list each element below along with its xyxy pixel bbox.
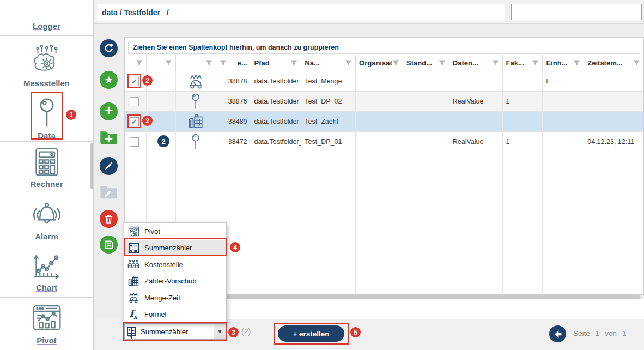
grid-header-row: e... Pfad Na... Organisat... Stand... Da… — [125, 55, 643, 71]
group-panel[interactable]: Ziehen Sie einen Spaltenkopf hierhin, um… — [125, 38, 643, 55]
sidebar-label-pivot[interactable]: Pivot — [37, 336, 57, 345]
type-select-dropdown-button[interactable]: ▼ — [214, 324, 226, 339]
filter-icon[interactable] — [532, 60, 539, 66]
filter-icon[interactable] — [439, 60, 446, 66]
cell-standort — [403, 92, 449, 111]
table-row-selected[interactable]: ✓ 38489 data.Testfolder_ Test_Zaehl — [125, 112, 643, 132]
type-select[interactable]: +−×= Summenzähler ▼ — [124, 323, 226, 340]
filter-icon[interactable] — [633, 60, 640, 66]
sidebar-label-rechner[interactable]: Rechner — [30, 179, 63, 189]
column-header-type[interactable] — [176, 55, 216, 71]
refresh-icon — [103, 43, 115, 55]
column-header-name[interactable]: Na... — [301, 55, 356, 71]
create-type-menu: Pivot +−×= Summenzähler Kostenstelle Zäh… — [124, 222, 227, 323]
favorite-button[interactable]: ★ — [100, 71, 118, 89]
sidebar-item-messstellen[interactable]: Messstellen — [0, 36, 93, 96]
column-header-pfad[interactable]: Pfad — [251, 55, 302, 71]
menge-zeit-icon — [187, 74, 204, 89]
search-input[interactable] — [511, 4, 642, 20]
add-folder-button[interactable] — [99, 130, 118, 146]
group-hint: Ziehen Sie einen Spaltenkopf hierhin, um… — [128, 41, 640, 54]
cell-annotation — [147, 71, 176, 91]
row-checkbox[interactable]: ✓ — [130, 77, 139, 86]
cell-faktor — [503, 112, 543, 131]
menu-item-menge-zeit[interactable]: Menge-Zeit — [124, 289, 226, 306]
cell-datentyp — [449, 112, 503, 131]
table-row[interactable]: ✓ 38878 data.Testfolder_ Test_Menge l — [125, 71, 643, 92]
sidebar-item-logger[interactable]: Logger — [0, 16, 93, 36]
cell-select: ✓ — [125, 112, 147, 131]
row-checkbox[interactable] — [130, 97, 139, 106]
sidebar-scrollbar-thumb[interactable] — [90, 143, 93, 189]
cell-pfad: data.Testfolder_ — [251, 71, 302, 91]
cell-name: Test_DP_01 — [301, 132, 356, 152]
menu-item-zaehler-vorschub[interactable]: Zähler-Vorschub — [124, 273, 226, 290]
cell-pfad: data.Testfolder_ — [251, 112, 302, 131]
filter-icon[interactable] — [165, 60, 172, 66]
table-row[interactable]: 38472 data.Testfolder_ Test_DP_01 RealVa… — [125, 132, 643, 152]
row-checkbox[interactable] — [130, 137, 139, 147]
arrow-left-icon — [552, 328, 564, 340]
star-icon: ★ — [104, 75, 113, 85]
column-header-id[interactable]: e... — [216, 55, 251, 71]
sidebar-label-messstellen[interactable]: Messstellen — [23, 79, 70, 88]
line-chart-icon — [31, 251, 63, 280]
cell-name: Test_DP_02 — [301, 92, 356, 111]
pager-total: 1 — [622, 329, 627, 337]
column-header-einheit[interactable]: Einh... — [543, 55, 584, 71]
cell-id: 38878 — [216, 71, 251, 91]
column-header[interactable] — [147, 55, 176, 71]
edit-button[interactable] — [100, 157, 118, 175]
cell-name: Test_Menge — [301, 71, 356, 91]
column-header-datentyp[interactable]: Daten... — [449, 55, 503, 71]
table-row[interactable]: 38876 data.Testfolder_ Test_DP_02 RealVa… — [125, 92, 643, 112]
sidebar-label-logger[interactable]: Logger — [33, 21, 60, 31]
cell-einheit — [543, 92, 584, 111]
sidebar-item-chart[interactable]: Chart — [0, 246, 93, 298]
refresh-button[interactable] — [100, 39, 118, 57]
menu-item-formel[interactable]: fx Formel — [124, 306, 226, 323]
column-header-standort[interactable]: Stand... — [403, 55, 449, 71]
add-button[interactable]: + — [100, 102, 118, 120]
save-button[interactable] — [100, 236, 118, 254]
delete-button[interactable] — [100, 210, 118, 228]
cell-datentyp: RealValue — [449, 132, 503, 152]
pivot-window-icon — [32, 303, 62, 333]
filter-icon[interactable] — [290, 60, 297, 66]
selection-count: (2) — [241, 323, 251, 340]
menu-item-kostenstelle[interactable]: Kostenstelle — [124, 256, 226, 273]
column-header-organisation[interactable]: Organisat... — [356, 55, 403, 71]
breadcrumb[interactable]: data / Testfolder_ / — [97, 4, 505, 21]
cell-zeitstempel — [584, 112, 643, 131]
top-bar: data / Testfolder_ / — [94, 0, 644, 24]
cell-zeitstempel — [584, 92, 643, 111]
create-button[interactable]: + erstellen — [278, 325, 344, 342]
filter-icon[interactable] — [220, 60, 227, 66]
column-header-select[interactable] — [125, 55, 147, 71]
menu-item-summenzaehler[interactable]: +−×= Summenzähler — [124, 240, 226, 257]
sidebar-label-chart[interactable]: Chart — [36, 283, 57, 292]
menge-zeit-icon — [127, 292, 139, 304]
sidebar-item-alarm[interactable]: Alarm — [0, 194, 93, 246]
cell-select — [125, 132, 147, 152]
sidebar-item-data[interactable]: Data — [0, 96, 93, 142]
previous-page-button[interactable] — [549, 325, 566, 342]
sidebar-label-data[interactable]: Data — [38, 131, 56, 140]
cell-zeitstempel — [584, 71, 643, 91]
filter-icon[interactable] — [205, 60, 212, 66]
filter-icon[interactable] — [392, 60, 399, 66]
cell-faktor: 1 — [503, 132, 543, 152]
column-header-zeitstempel[interactable]: Zeitstem... — [584, 55, 643, 71]
sidebar-label-alarm[interactable]: Alarm — [35, 232, 58, 241]
menu-item-pivot[interactable]: Pivot — [124, 223, 226, 240]
filter-icon[interactable] — [345, 60, 352, 66]
cell-annotation — [147, 92, 176, 111]
filter-icon[interactable] — [573, 60, 580, 66]
sidebar-item-pivot[interactable]: Pivot — [0, 298, 93, 350]
row-checkbox[interactable]: ✓ — [130, 117, 139, 126]
filter-icon[interactable] — [136, 60, 143, 66]
sidebar-item-rechner[interactable]: Rechner — [0, 142, 93, 194]
column-header-faktor[interactable]: Fak... — [503, 55, 543, 71]
filter-icon[interactable] — [492, 60, 499, 66]
cell-einheit — [543, 132, 584, 152]
